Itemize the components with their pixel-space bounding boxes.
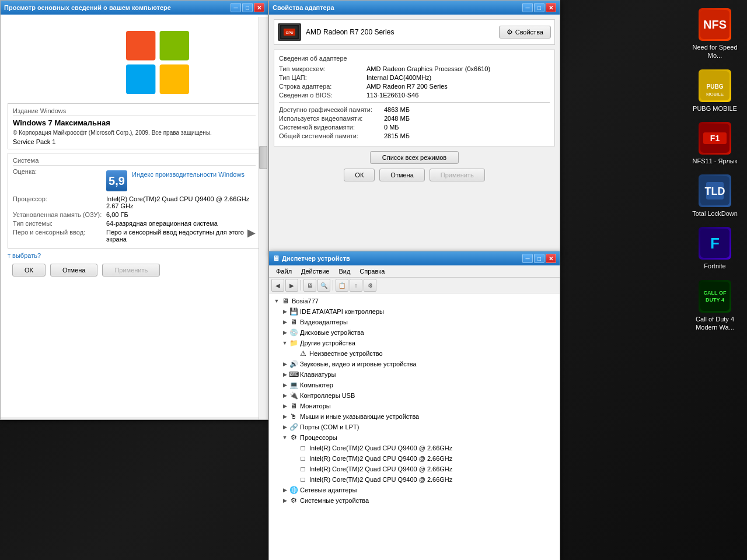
desktop-icon-nfs11[interactable]: F1 NFS11 - Ярлык	[689, 120, 741, 167]
device-manager-titlebar: 🖥 Диспетчер устройств ─ □ ✕	[269, 251, 560, 265]
titlebar-left: Просмотр основных сведений о вашем компь…	[4, 4, 171, 11]
root-expand-icon[interactable]: ▼	[273, 297, 281, 305]
tree-item-ide[interactable]: ▶ 💾 IDE ATA/ATAPI контроллеры	[271, 306, 557, 317]
dm-minimize-button[interactable]: ─	[522, 254, 533, 263]
mice-expand-icon[interactable]: ▶	[281, 412, 289, 421]
tb-back-button[interactable]: ◀	[271, 279, 284, 292]
sys-props-buttons: ОК Отмена Применить	[8, 264, 261, 276]
os-type-label: Тип системы:	[13, 220, 106, 227]
usb-expand-icon[interactable]: ▶	[281, 391, 289, 400]
tb-properties-button[interactable]: 📋	[336, 279, 348, 292]
network-expand-icon[interactable]: ▶	[281, 486, 289, 494]
menu-file[interactable]: Файл	[271, 267, 296, 276]
tree-item-video[interactable]: ▶ 🖥 Видеоадаптеры	[271, 317, 557, 327]
modes-button[interactable]: Список всех режимов	[370, 151, 459, 164]
tb-scan-button[interactable]: 🔍	[317, 279, 330, 292]
sys-cancel-button[interactable]: Отмена	[50, 264, 97, 276]
system-section-label: Система	[13, 157, 256, 166]
desktop-icon-nfs[interactable]: NFS Need for Speed Mo...	[689, 6, 741, 62]
tree-item-cpu-4[interactable]: □ Intel(R) Core(TM)2 Quad CPU Q9400 @ 2.…	[271, 474, 557, 485]
tree-item-computer[interactable]: ▶ 💻 Компьютер	[271, 380, 557, 390]
tree-root-node[interactable]: ▼ 🖥 Bosia777	[271, 296, 557, 306]
disk-icon: 💿	[289, 328, 298, 337]
device-tree[interactable]: ▼ 🖥 Bosia777 ▶ 💾 IDE ATA/ATAPI контролле…	[269, 293, 560, 560]
tree-item-monitors[interactable]: ▶ 🖥 Мониторы	[271, 401, 557, 411]
tb-computer-button[interactable]: 🖥	[303, 279, 316, 292]
ports-expand-icon[interactable]: ▶	[281, 423, 289, 431]
close-button[interactable]: ✕	[254, 3, 264, 12]
adapter-info-title: Сведения об адаптере	[279, 55, 550, 62]
maximize-button[interactable]: □	[242, 3, 253, 12]
tree-item-cpu-2[interactable]: □ Intel(R) Core(TM)2 Quad CPU Q9400 @ 2.…	[271, 453, 557, 464]
shared-mem-row: Общей системной памяти: 2815 МБ	[279, 132, 550, 139]
sysdev-label: Системные устройства	[300, 497, 369, 504]
desktop-icon-fortnite[interactable]: F Fortnite	[689, 225, 741, 272]
cod-icon-label: Call of Duty 4 Modern Wa...	[691, 315, 739, 332]
gpu-minimize-button[interactable]: ─	[522, 3, 533, 12]
sys-props-titlebar[interactable]: Просмотр основных сведений о вашем компь…	[1, 1, 268, 15]
sysdev-expand-icon[interactable]: ▶	[281, 496, 289, 505]
ide-expand-icon[interactable]: ▶	[281, 307, 289, 316]
gpu-dialog-title: Свойства адаптера	[273, 4, 334, 11]
tb-update-button[interactable]: ↑	[350, 279, 362, 292]
desktop-icon-pubg[interactable]: PUBG MOBILE PUBG MOBILE	[689, 67, 741, 115]
cpu1-label: Intel(R) Core(TM)2 Quad CPU Q9400 @ 2.66…	[309, 444, 452, 452]
monitors-expand-icon[interactable]: ▶	[281, 402, 289, 410]
adapter-string-label: Строка адаптера:	[279, 83, 366, 90]
tree-item-keyboard[interactable]: ▶ ⌨ Клавиатуры	[271, 369, 557, 380]
tree-item-network[interactable]: ▶ 🌐 Сетевые адаптеры	[271, 485, 557, 495]
cpu1-icon: □	[298, 443, 308, 453]
gpu-maximize-button[interactable]: □	[534, 3, 544, 12]
tb-forward-button[interactable]: ▶	[285, 279, 298, 292]
tree-item-unknown[interactable]: ⚠ Неизвестное устройство	[271, 348, 557, 359]
tree-item-other[interactable]: ▼ 📁 Другие устройства	[271, 338, 557, 348]
other-expand-icon[interactable]: ▼	[281, 339, 289, 347]
computer-expand-icon[interactable]: ▶	[281, 381, 289, 389]
ide-label: IDE ATA/ATAPI контроллеры	[300, 308, 384, 315]
menu-action[interactable]: Действие	[296, 267, 334, 276]
tree-item-audio[interactable]: ▶ 🔊 Звуковые, видео и игровые устройства	[271, 359, 557, 369]
tree-item-disk[interactable]: ▶ 💿 Дисковые устройства	[271, 327, 557, 338]
keyboard-expand-icon[interactable]: ▶	[281, 370, 289, 379]
gpu-properties-button[interactable]: ⚙ Свойства	[499, 26, 551, 38]
sys-apply-button[interactable]: Применить	[102, 264, 160, 276]
tree-item-system-devices[interactable]: ▶ ⚙ Системные устройства	[271, 495, 557, 506]
desktop-icon-cod[interactable]: CALL OF DUTY 4 Call of Duty 4 Modern Wa.…	[689, 278, 741, 334]
system-video-label: Системной видеопамяти:	[279, 124, 384, 131]
network-label: Сетевые адаптеры	[300, 487, 357, 494]
tb-device-button[interactable]: ⚙	[364, 279, 376, 292]
video-expand-icon[interactable]: ▶	[281, 318, 289, 326]
tree-item-cpu-3[interactable]: □ Intel(R) Core(TM)2 Quad CPU Q9400 @ 2.…	[271, 464, 557, 474]
svg-rect-0	[126, 31, 155, 60]
tree-item-usb[interactable]: ▶ 🔌 Контроллеры USB	[271, 390, 557, 401]
root-label: Bosia777	[292, 298, 319, 304]
gpu-apply-button[interactable]: Применить	[430, 169, 485, 181]
gpu-cancel-button[interactable]: Отмена	[379, 169, 424, 181]
audio-label: Звуковые, видео и игровые устройства	[300, 360, 417, 368]
svg-rect-2	[126, 65, 155, 94]
minimize-button[interactable]: ─	[231, 3, 241, 12]
gpu-close-button[interactable]: ✕	[546, 3, 556, 12]
processors-expand-icon[interactable]: ▼	[281, 433, 289, 442]
scroll-thumb[interactable]	[259, 146, 267, 169]
gpu-chip-icon: GPU	[278, 23, 301, 41]
ram-label: Установленная память (ОЗУ):	[13, 211, 106, 218]
scrollbar[interactable]	[259, 17, 268, 419]
svg-text:F: F	[710, 235, 720, 252]
tree-item-cpu-1[interactable]: □ Intel(R) Core(TM)2 Quad CPU Q9400 @ 2.…	[271, 443, 557, 453]
tree-item-mice[interactable]: ▶ 🖱 Мыши и иные указывающие устройства	[271, 411, 557, 422]
disk-expand-icon[interactable]: ▶	[281, 328, 289, 337]
sys-ok-button[interactable]: ОК	[12, 264, 46, 276]
tree-item-processors[interactable]: ▼ ⚙ Процессоры	[271, 432, 557, 443]
chip-value: AMD Radeon Graphics Processor (0x6610)	[366, 65, 490, 72]
gpu-ok-button[interactable]: ОК	[344, 169, 375, 181]
audio-expand-icon[interactable]: ▶	[281, 360, 289, 368]
change-settings-link[interactable]: т выбрать?	[8, 252, 261, 259]
scroll-arrow: ▶	[247, 229, 256, 237]
tree-item-ports[interactable]: ▶ 🔗 Порты (COM и LPT)	[271, 422, 557, 432]
dm-maximize-button[interactable]: □	[534, 254, 544, 263]
menu-view[interactable]: Вид	[334, 267, 355, 276]
desktop-icon-totallockdown[interactable]: TLD Total LockDown	[689, 172, 741, 220]
menu-help[interactable]: Справка	[355, 267, 389, 276]
dm-close-button[interactable]: ✕	[546, 254, 556, 263]
